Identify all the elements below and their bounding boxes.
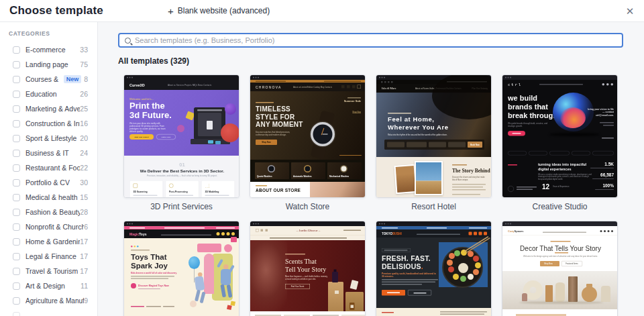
- hero-secondary-button: Watch Video: [156, 134, 176, 140]
- sidebar-item-marketing-advertising[interactable]: Marketing & Advertising25: [0, 101, 97, 116]
- sidebar-item-courses-coaching[interactable]: Courses & CoachingNew8: [0, 72, 97, 87]
- section-body: We are a creative studio specializing in…: [538, 173, 592, 180]
- sidebar-item-ecommerce[interactable]: E-commerce33: [0, 42, 97, 57]
- category-checkbox[interactable]: [13, 268, 20, 275]
- category-checkbox[interactable]: [13, 238, 20, 246]
- category-checkbox[interactable]: [13, 150, 20, 157]
- sidebar-item-portfolio-cv[interactable]: Portfolio & CV30: [0, 175, 97, 190]
- watch-face: [311, 122, 335, 146]
- hero-body: We guide brands through bold, creative, …: [508, 122, 547, 127]
- template-card-sushi-restaurant[interactable]: TOKYOSUSHI FRESH. FAST. DELISIOUS. Premi…: [376, 221, 492, 316]
- category-checkbox[interactable]: [13, 282, 20, 290]
- close-icon[interactable]: ✕: [623, 4, 637, 19]
- hero-section: Welcome and let's... Print the3d Future.…: [124, 90, 239, 156]
- preview-navbar: MagicToys: [124, 229, 239, 238]
- template-card-creative-studio[interactable]: ctrl we buildbrands thatbreak through We…: [502, 74, 618, 211]
- section-subtext: Precision, innovation, and reliability —…: [124, 174, 239, 176]
- sidebar-item-landing-page[interactable]: Landing page75: [0, 57, 97, 72]
- category-checkbox[interactable]: [13, 209, 20, 216]
- template-preview: – Jardin Obscur – Scents ThatTell Your S…: [250, 221, 366, 316]
- category-count: 26: [80, 90, 88, 98]
- category-checkbox[interactable]: [13, 46, 20, 54]
- sidebar-item-home-gardening[interactable]: Home & Gardening17: [0, 234, 97, 249]
- category-checkbox[interactable]: [13, 135, 20, 142]
- template-card-perfume-store[interactable]: – Jardin Obscur – Scents ThatTell Your S…: [250, 221, 366, 316]
- sidebar-item-legal-finance[interactable]: Legal & Finance17: [0, 249, 97, 264]
- social-icons: [231, 232, 235, 235]
- hero-cta-button: [382, 290, 405, 296]
- sidebar-item-nonprofit-church[interactable]: Nonprofit & Church6: [0, 219, 97, 234]
- category-checkbox[interactable]: [13, 223, 20, 231]
- template-card-decor-store[interactable]: CozySpaces Decor That Tells Your Story W…: [502, 221, 618, 316]
- hero-headline: Decor That Tells Your Story: [502, 245, 618, 253]
- category-checkbox[interactable]: [13, 253, 20, 260]
- template-preview: MagicToys Toys ThatSpark Joy Kids deserv…: [123, 221, 239, 316]
- search-input[interactable]: [135, 36, 616, 44]
- story-photo: [394, 164, 417, 194]
- category-label: Business & IT: [25, 149, 69, 157]
- blank-website-button[interactable]: + Blank website (advanced): [168, 6, 270, 16]
- template-card-watch-store[interactable]: CHRONOVA About us Limited Edition Catalo…: [250, 74, 366, 211]
- sidebar-item-art-design[interactable]: Art & Design11: [0, 278, 97, 293]
- social-icons: [611, 83, 614, 86]
- category-count: 11: [80, 282, 88, 290]
- preview-nav-links: About us Services Projects FAQs News Con…: [168, 84, 211, 86]
- categories-heading: CATEGORIES: [0, 30, 97, 42]
- sidebar-item-construction-interior[interactable]: Construction & Interior16: [0, 116, 97, 131]
- sidebar-item-travel-tourism[interactable]: Travel & Tourism17: [0, 264, 97, 278]
- category-checkbox[interactable]: [13, 194, 20, 201]
- template-card-toy-store[interactable]: MagicToys Toys ThatSpark Joy Kids deserv…: [123, 221, 239, 316]
- cylinder-vase: [545, 285, 553, 302]
- sidebar-item-partial[interactable]: [0, 308, 97, 316]
- search-bar[interactable]: [118, 33, 623, 48]
- search-icon: [125, 38, 131, 44]
- template-card-3d-print-services[interactable]: Curve3D About us Services Projects FAQs …: [123, 74, 239, 211]
- category-checkbox[interactable]: [13, 312, 20, 316]
- category-label: Art & Design: [25, 282, 65, 290]
- new-badge: New: [64, 75, 82, 83]
- sidebar-item-fashion-beauty[interactable]: Fashion & Beauty28: [0, 205, 97, 219]
- social-icons: [484, 232, 487, 235]
- sidebar-item-business-it[interactable]: Business & IT24: [0, 146, 97, 160]
- torus-shape: [177, 125, 184, 132]
- category-checkbox[interactable]: [13, 164, 20, 172]
- category-label: Marketing & Advertising: [25, 105, 80, 113]
- about-section: MODERN TASTE: [376, 308, 492, 316]
- sidebar-item-sport-lifestyle[interactable]: Sport & Lifestyle20: [0, 131, 97, 146]
- category-checkbox[interactable]: [13, 61, 20, 68]
- template-name: Watch Store: [250, 202, 366, 211]
- category-label: Legal & Finance: [25, 252, 76, 260]
- category-label: Home & Gardening: [25, 238, 80, 246]
- stat-block: 1.5K: [587, 162, 614, 167]
- sidebar-item-education[interactable]: Education26: [0, 87, 97, 101]
- cta-icon: [131, 283, 136, 288]
- category-checkbox[interactable]: [13, 179, 20, 187]
- browser-dots-icon: [127, 223, 128, 225]
- category-checkbox[interactable]: [13, 76, 20, 83]
- category-checkbox[interactable]: [13, 91, 20, 98]
- hero-cta-button: Shop Now: [256, 140, 277, 145]
- category-count: 33: [80, 46, 88, 54]
- sidebar-item-medical-health[interactable]: Medical & health15: [0, 190, 97, 205]
- bottle-label: [335, 291, 339, 294]
- category-list: E-commerce33 Landing page75 Courses & Co…: [0, 42, 97, 316]
- page-title: Choose template: [9, 4, 103, 17]
- hero-headline: we buildbrands thatbreak through: [508, 94, 557, 120]
- pale-vase: [601, 286, 610, 302]
- sidebar-item-agriculture-manufacturing[interactable]: Agriculture & Manufacturing9: [0, 293, 97, 308]
- category-checkbox[interactable]: [13, 297, 20, 305]
- template-card-resort-hotel[interactable]: Isla di Mare About us Rooms Gallery Test…: [376, 74, 492, 211]
- category-count: 17: [80, 267, 88, 275]
- category-count: 16: [80, 119, 88, 127]
- category-checkbox[interactable]: [13, 120, 20, 127]
- category-count: 8: [84, 75, 88, 83]
- years-label: Years of Experience: [553, 185, 570, 188]
- sphere-vase: [582, 286, 597, 302]
- category-checkbox[interactable]: [13, 105, 20, 113]
- booking-field: [429, 142, 446, 148]
- browser-dots-icon: [505, 77, 506, 78]
- sidebar-item-restaurant-food[interactable]: Restaurant & Food22: [0, 160, 97, 175]
- category-count: 75: [80, 60, 88, 68]
- child-body: [195, 276, 205, 291]
- hero-headline: Feel at Home,Wherever You Are: [388, 115, 449, 131]
